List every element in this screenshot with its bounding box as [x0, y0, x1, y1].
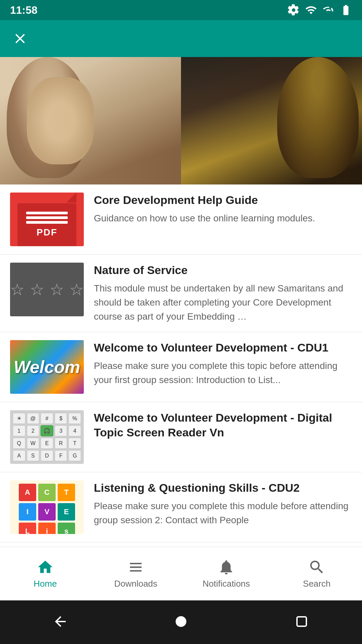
battery-icon	[340, 4, 352, 16]
close-button[interactable]	[10, 29, 30, 49]
nav-label-home: Home	[34, 579, 57, 589]
item-text: Welcome to Volunteer Development - CDU1 …	[94, 340, 352, 387]
svg-rect-1	[297, 617, 306, 626]
settings-icon	[288, 4, 300, 16]
item-description: Guidance on how to use the online learni…	[94, 211, 352, 225]
sticky-note: i	[38, 523, 56, 534]
item-text: Listening & Questioning Skills - CDU2 Pl…	[94, 480, 352, 527]
key: S	[27, 450, 40, 461]
sticky-note: I	[19, 503, 36, 521]
key: T	[68, 438, 81, 449]
star-icon: ☆	[50, 280, 64, 299]
back-button[interactable]	[52, 613, 68, 631]
bottom-nav: Home Downloads Notifications Search	[0, 547, 362, 600]
key: 4	[68, 425, 81, 436]
sticky-note: E	[58, 503, 75, 521]
item-title: Core Development Help Guide	[94, 193, 352, 207]
key: Q	[13, 438, 25, 449]
sticky-note: C	[38, 484, 56, 501]
svg-point-0	[176, 616, 186, 627]
nav-item-notifications[interactable]: Notifications	[181, 547, 272, 600]
item-thumbnail: PDF	[10, 193, 84, 246]
status-bar: 11:58	[0, 0, 362, 20]
sticky-note: T	[58, 484, 75, 501]
item-description: Please make sure you complete this topic…	[94, 359, 352, 387]
hero-overlay	[0, 57, 362, 184]
recents-button[interactable]	[294, 613, 310, 631]
key: D	[41, 450, 53, 461]
welcome-thumbnail: Welcom	[10, 340, 84, 394]
close-icon	[12, 31, 28, 47]
sticky-note: s	[58, 523, 75, 534]
nav-label-notifications: Notifications	[202, 579, 250, 589]
status-time: 11:58	[10, 4, 38, 16]
star-icon: ☆	[10, 280, 24, 299]
key: @	[27, 413, 40, 424]
sticky-note: V	[38, 503, 56, 521]
item-title: Welcome to Volunteer Development - Digit…	[94, 410, 352, 440]
key: E	[41, 438, 53, 449]
home-circle-icon	[173, 613, 189, 630]
content-list: PDF Core Development Help Guide Guidance…	[0, 184, 362, 542]
notifications-icon	[218, 558, 235, 576]
key: F	[55, 450, 67, 461]
nav-label-search: Search	[303, 579, 330, 589]
star-icon: ☆	[30, 280, 44, 299]
list-item[interactable]: ☆ ☆ ☆ ☆ Nature of Service This module mu…	[0, 255, 362, 332]
android-nav-bar	[0, 600, 362, 644]
pdf-corner	[66, 193, 76, 203]
pdf-line	[26, 221, 67, 224]
back-icon	[52, 613, 68, 630]
recents-icon	[294, 613, 310, 630]
item-text: Nature of Service This module must be un…	[94, 263, 352, 324]
search-icon	[308, 558, 325, 576]
welcome-text: Welcom	[14, 357, 80, 377]
key: $	[55, 413, 67, 424]
sticky-note: L	[19, 523, 36, 534]
hero-image	[0, 57, 362, 184]
item-thumbnail: A C T I V E L i s t e n	[10, 480, 84, 534]
item-title: Listening & Questioning Skills - CDU2	[94, 480, 352, 495]
nav-item-home[interactable]: Home	[0, 547, 90, 600]
wifi-icon	[305, 4, 317, 16]
keyboard-thumbnail: ☀ @ # $ % 1 2 🎧 3 4 Q W E R T A S D F G	[10, 410, 84, 464]
key: 1	[13, 425, 25, 436]
key-green: 🎧	[41, 425, 53, 436]
list-item[interactable]: Welcom Welcome to Volunteer Development …	[0, 332, 362, 402]
sticky-note: A	[19, 484, 36, 501]
key: 3	[55, 425, 67, 436]
pdf-line	[26, 216, 67, 219]
item-thumbnail: Welcom	[10, 340, 84, 394]
nav-label-downloads: Downloads	[114, 579, 158, 589]
key: W	[27, 438, 40, 449]
pdf-label: PDF	[37, 227, 57, 238]
key: ☀	[13, 413, 25, 424]
active-thumbnail: A C T I V E L i s t e n	[10, 480, 84, 534]
pdf-line	[26, 212, 67, 214]
item-text: Welcome to Volunteer Development - Digit…	[94, 410, 352, 444]
list-item[interactable]: ☀ @ # $ % 1 2 🎧 3 4 Q W E R T A S D F G	[0, 402, 362, 472]
list-item[interactable]: A C T I V E L i s t e n Listening & Ques…	[0, 472, 362, 542]
home-icon	[37, 558, 54, 576]
item-title: Welcome to Volunteer Development - CDU1	[94, 340, 352, 355]
item-description: Please make sure you complete this modul…	[94, 499, 352, 527]
home-button[interactable]	[173, 613, 189, 631]
nav-item-search[interactable]: Search	[272, 547, 362, 600]
key: G	[68, 450, 81, 461]
key: #	[41, 413, 53, 424]
key: 2	[27, 425, 40, 436]
list-item[interactable]: PDF Core Development Help Guide Guidance…	[0, 184, 362, 255]
item-title: Nature of Service	[94, 263, 352, 277]
key: A	[13, 450, 25, 461]
downloads-icon	[127, 558, 144, 576]
top-app-bar	[0, 20, 362, 57]
pdf-inner: PDF	[17, 203, 76, 246]
item-thumbnail: ☆ ☆ ☆ ☆	[10, 263, 84, 316]
star-icon: ☆	[69, 280, 84, 299]
signal-icon	[322, 4, 335, 16]
item-thumbnail: ☀ @ # $ % 1 2 🎧 3 4 Q W E R T A S D F G	[10, 410, 84, 464]
status-icons	[288, 4, 352, 16]
key: %	[68, 413, 81, 424]
nav-item-downloads[interactable]: Downloads	[90, 547, 181, 600]
pdf-lines	[26, 212, 67, 224]
